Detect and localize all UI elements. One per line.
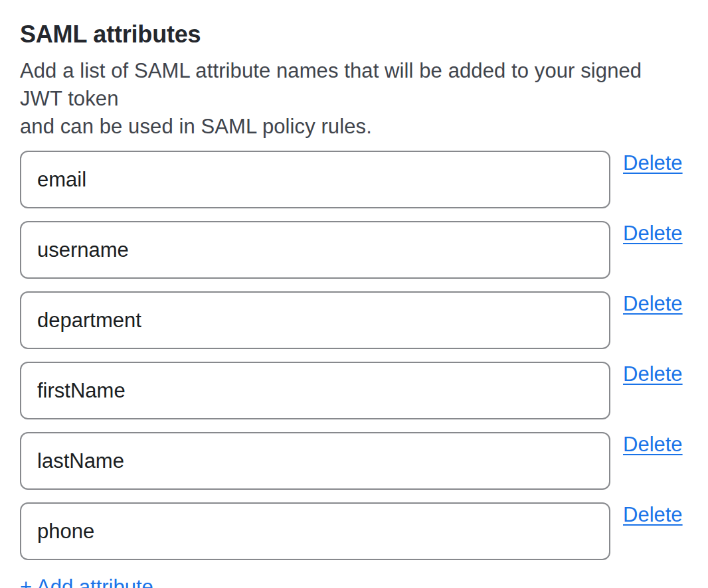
delete-link[interactable]: Delete: [623, 222, 683, 245]
attribute-row: Delete: [20, 362, 688, 419]
delete-link[interactable]: Delete: [623, 504, 683, 526]
attribute-input-phone[interactable]: [20, 502, 610, 560]
section-description-line2: and can be used in SAML policy rules.: [20, 113, 688, 141]
attribute-input-firstname[interactable]: [20, 362, 610, 419]
attribute-row: Delete: [20, 221, 688, 279]
attribute-row: Delete: [20, 502, 688, 560]
attribute-list: Delete Delete Delete Delete Delete Delet…: [20, 151, 688, 560]
page-title: SAML attributes: [20, 20, 688, 49]
saml-attributes-section: SAML attributes Add a list of SAML attri…: [0, 0, 708, 588]
attribute-row: Delete: [20, 432, 688, 490]
add-attribute-link[interactable]: + Add attribute: [20, 575, 153, 588]
delete-link[interactable]: Delete: [623, 363, 683, 386]
section-description: Add a list of SAML attribute names that …: [20, 57, 688, 141]
attribute-input-lastname[interactable]: [20, 432, 610, 490]
attribute-row: Delete: [20, 151, 688, 208]
attribute-input-username[interactable]: [20, 221, 610, 279]
attribute-input-email[interactable]: [20, 151, 610, 208]
delete-link[interactable]: Delete: [623, 293, 683, 315]
attribute-row: Delete: [20, 291, 688, 349]
section-description-line1: Add a list of SAML attribute names that …: [20, 57, 688, 113]
delete-link[interactable]: Delete: [623, 433, 683, 456]
delete-link[interactable]: Delete: [623, 152, 683, 175]
add-attribute-row: + Add attribute: [20, 575, 688, 588]
attribute-input-department[interactable]: [20, 291, 610, 349]
